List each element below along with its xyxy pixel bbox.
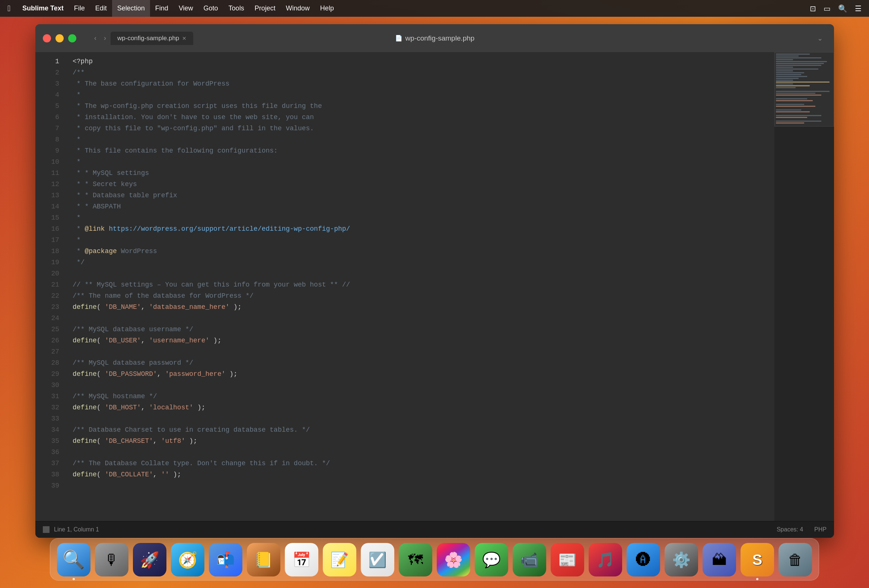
maximize-button[interactable] (68, 34, 76, 42)
dock-calendar[interactable]: 📅 (285, 543, 318, 576)
line-number-15: 15 (36, 212, 59, 223)
menubar-project[interactable]: Project (249, 0, 281, 17)
statusbar-right: Spaces: 4 PHP (777, 526, 826, 533)
mountain-icon: 🏔 (712, 551, 727, 568)
dock-system-preferences[interactable]: ⚙️ (664, 543, 698, 576)
code-line-18: * @package WordPress (73, 246, 767, 257)
line-number-8: 8 (36, 134, 59, 145)
titlebar: ‹ › wp-config-sample.php ✕ 📄 wp-config-s… (36, 24, 834, 52)
dock-mountain-center[interactable]: 🏔 (703, 543, 736, 576)
traffic-lights (43, 34, 76, 42)
code-line-15: * (73, 212, 767, 223)
contacts-icon: 📒 (254, 551, 273, 569)
language-indicator[interactable]: PHP (814, 526, 826, 533)
dock-mail[interactable]: 📬 (209, 543, 242, 576)
line-number-39: 39 (36, 480, 59, 491)
search-icon[interactable]: 🔍 (838, 4, 847, 13)
launchpad-icon: 🚀 (140, 551, 159, 569)
spaces-indicator[interactable]: Spaces: 4 (777, 526, 803, 533)
code-line-4: * (73, 89, 767, 101)
dock-contacts[interactable]: 📒 (247, 543, 280, 576)
line-number-17: 17 (36, 234, 59, 246)
dock-photos[interactable]: 🌸 (437, 543, 470, 576)
dock-launchpad[interactable]: 🚀 (133, 543, 166, 576)
tab-prev-button[interactable]: ‹ (91, 33, 99, 43)
dock-news[interactable]: 📰 (551, 543, 584, 576)
code-line-20 (73, 268, 767, 279)
tab-close-icon[interactable]: ✕ (182, 36, 187, 41)
minimap (774, 52, 834, 521)
line-number-10: 10 (36, 156, 59, 167)
menubar-selection[interactable]: Selection (112, 0, 150, 17)
apple-menu[interactable]:  (7, 4, 10, 13)
screen-icon: ▭ (824, 4, 830, 13)
window-title: 📄 wp-config-sample.php (395, 34, 475, 42)
tab-dropdown-icon[interactable]: ⌄ (817, 34, 823, 42)
line-number-20: 20 (36, 268, 59, 279)
menubar-find[interactable]: Find (150, 0, 174, 17)
menubar-window[interactable]: Window (281, 0, 315, 17)
facetime-icon: 📹 (520, 551, 539, 569)
menubar-help[interactable]: Help (315, 0, 339, 17)
minimize-button[interactable] (55, 34, 64, 42)
code-editor[interactable]: <?php /** * The base configuration for W… (65, 52, 774, 521)
line-number-37: 37 (36, 458, 59, 469)
photos-icon: 🌸 (444, 551, 463, 569)
statusbar-left: Line 1, Column 1 (43, 526, 99, 533)
dock-siri[interactable]: 🎙 (95, 543, 129, 576)
tab-wp-config[interactable]: wp-config-sample.php ✕ (111, 32, 193, 45)
menubar-view[interactable]: View (174, 0, 199, 17)
line-number-6: 6 (36, 112, 59, 123)
code-line-11: * * MySQL settings (73, 167, 767, 179)
code-line-5: * The wp-config.php creation script uses… (73, 101, 767, 112)
dock-appstore[interactable]: 🅐 (627, 543, 660, 576)
line-number-11: 11 (36, 167, 59, 179)
dock-notes[interactable]: 📝 (323, 543, 356, 576)
menubar:  Sublime Text File Edit Selection Find … (0, 0, 869, 17)
menubar-goto[interactable]: Goto (199, 0, 223, 17)
line-number-29: 29 (36, 369, 59, 379)
dock-messages[interactable]: 💬 (475, 543, 508, 576)
line-number-7: 7 (36, 123, 59, 134)
close-button[interactable] (43, 34, 51, 42)
dock-safari[interactable]: 🧭 (171, 543, 205, 576)
menubar-sublime-text[interactable]: Sublime Text (17, 0, 69, 17)
menubar-file[interactable]: File (69, 0, 90, 17)
code-line-25: /** MySQL database username */ (73, 324, 767, 335)
dock-music[interactable]: 🎵 (589, 543, 622, 576)
line-number-38: 38 (36, 469, 59, 480)
menubar-tools[interactable]: Tools (223, 0, 249, 17)
tab-next-button[interactable]: › (101, 33, 109, 43)
code-line-36 (73, 447, 767, 458)
status-bar: Line 1, Column 1 Spaces: 4 PHP (36, 521, 834, 538)
code-line-9: * This file contains the following confi… (73, 145, 767, 156)
notes-icon: 📝 (330, 551, 349, 569)
line-number-33: 33 (36, 413, 59, 424)
line-number-23: 23 (36, 301, 59, 313)
line-number-36: 36 (36, 447, 59, 458)
dock-reminders[interactable]: ☑️ (361, 543, 394, 576)
dock-maps[interactable]: 🗺 (399, 543, 432, 576)
appstore-icon: 🅐 (636, 551, 651, 568)
code-line-31: /** MySQL hostname */ (73, 391, 767, 402)
dock-finder[interactable]: 🔍 (57, 543, 90, 576)
menubar-edit[interactable]: Edit (90, 0, 112, 17)
tab-bar: ‹ › wp-config-sample.php ✕ (91, 32, 193, 45)
line-number-4: 4 (36, 89, 59, 101)
system-prefs-icon: ⚙️ (672, 551, 691, 569)
line-number-1: 1 (36, 56, 59, 67)
airplay-icon: ⊡ (810, 4, 816, 13)
dock-sublime-text[interactable]: S (740, 543, 774, 576)
code-line-8: * (73, 134, 767, 145)
sublime-running-dot (756, 578, 758, 580)
trash-icon: 🗑 (788, 551, 803, 568)
dock-trash[interactable]: 🗑 (779, 543, 812, 576)
code-line-34: /** Database Charset to use in creating … (73, 424, 767, 435)
tab-label: wp-config-sample.php (117, 35, 179, 42)
siri-icon: 🎙 (104, 551, 119, 568)
code-line-28: /** MySQL database password */ (73, 357, 767, 369)
code-line-17: * (73, 234, 767, 246)
maps-icon: 🗺 (408, 551, 423, 568)
dock-facetime[interactable]: 📹 (513, 543, 546, 576)
code-line-10: * (73, 156, 767, 167)
